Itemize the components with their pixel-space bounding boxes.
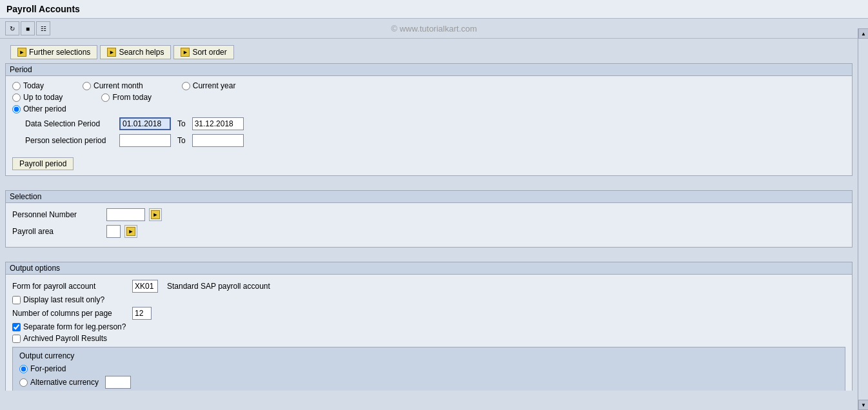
payroll-area-label: Payroll area bbox=[12, 227, 103, 236]
tab-further-selections[interactable]: ► Further selections bbox=[10, 45, 97, 59]
radio-from-today-input[interactable] bbox=[101, 93, 110, 102]
radio-for-period-label: For-period bbox=[30, 364, 66, 373]
form-payroll-row: Form for payroll account Standard SAP pa… bbox=[12, 280, 845, 293]
tab-search-helps-icon: ► bbox=[107, 48, 116, 57]
find-icon[interactable]: ☷ bbox=[36, 21, 50, 35]
radio-today-input[interactable] bbox=[12, 82, 21, 90]
person-selection-period-row: Person selection period To bbox=[25, 134, 845, 147]
radio-up-to-today[interactable]: Up to today bbox=[12, 93, 63, 102]
data-selection-label: Data Selection Period bbox=[25, 119, 115, 128]
radio-current-month-label: Current month bbox=[94, 81, 143, 90]
tab-sort-order[interactable]: ► Sort order bbox=[173, 45, 233, 59]
payroll-area-select-btn[interactable]: ► bbox=[124, 225, 137, 238]
radio-alternative-currency[interactable]: Alternative currency bbox=[19, 376, 838, 389]
radio-today-label: Today bbox=[23, 81, 44, 90]
tab-further-selections-icon: ► bbox=[17, 48, 26, 57]
payroll-area-arrow-icon: ► bbox=[126, 227, 135, 236]
save-icon[interactable]: ■ bbox=[21, 21, 35, 35]
alternative-currency-input[interactable] bbox=[105, 376, 131, 389]
radio-current-year[interactable]: Current year bbox=[182, 81, 236, 90]
period-section-body: Today Current month Current year Up to t… bbox=[6, 76, 852, 175]
tab-further-selections-label: Further selections bbox=[29, 48, 90, 57]
radio-for-period-input[interactable] bbox=[19, 365, 28, 373]
selection-section-header: Selection bbox=[6, 191, 852, 203]
radio-from-today[interactable]: From today bbox=[101, 93, 152, 102]
person-selection-to-input[interactable] bbox=[192, 134, 244, 147]
output-options-section: Output options Form for payroll account … bbox=[5, 262, 853, 391]
person-selection-label: Person selection period bbox=[25, 136, 115, 145]
personnel-number-select-btn[interactable]: ► bbox=[149, 208, 162, 221]
archived-payroll-label: Archived Payroll Results bbox=[23, 334, 107, 343]
selection-section: Selection Personnel Number ► Payroll are… bbox=[5, 190, 853, 248]
main-content: ► Further selections ► Search helps ► So… bbox=[0, 39, 868, 391]
data-selection-to-input[interactable] bbox=[192, 117, 244, 130]
period-radio-row1: Today Current month Current year bbox=[12, 81, 845, 90]
person-selection-to-label: To bbox=[177, 136, 186, 145]
watermark-text: © www.tutorialkart.com bbox=[391, 24, 477, 34]
title-bar: Payroll Accounts bbox=[0, 0, 868, 19]
tab-sort-order-icon: ► bbox=[181, 48, 190, 57]
selection-section-body: Personnel Number ► Payroll area ► bbox=[6, 203, 852, 247]
display-last-result-label: Display last result only? bbox=[23, 295, 104, 304]
columns-per-page-input[interactable] bbox=[132, 307, 152, 320]
tab-search-helps[interactable]: ► Search helps bbox=[100, 45, 171, 59]
radio-current-month-input[interactable] bbox=[83, 82, 91, 90]
radio-for-period[interactable]: For-period bbox=[19, 364, 838, 373]
personnel-number-input[interactable] bbox=[106, 208, 145, 221]
radio-current-year-label: Current year bbox=[193, 81, 236, 90]
output-options-body: Form for payroll account Standard SAP pa… bbox=[6, 275, 852, 391]
period-section-header: Period bbox=[6, 64, 852, 76]
page-title: Payroll Accounts bbox=[6, 4, 80, 14]
radio-up-to-today-label: Up to today bbox=[23, 93, 63, 102]
radio-alternative-currency-label: Alternative currency bbox=[30, 378, 99, 387]
tab-bar: ► Further selections ► Search helps ► So… bbox=[5, 41, 853, 63]
radio-current-year-input[interactable] bbox=[182, 82, 190, 90]
form-payroll-input[interactable] bbox=[132, 280, 158, 293]
period-radio-row2: Up to today From today bbox=[12, 93, 845, 102]
payroll-period-button[interactable]: Payroll period bbox=[12, 157, 74, 170]
radio-from-today-label: From today bbox=[112, 93, 152, 102]
personnel-number-row: Personnel Number ► bbox=[12, 208, 845, 221]
data-selection-from-input[interactable] bbox=[119, 117, 171, 130]
payroll-area-input[interactable] bbox=[106, 225, 121, 238]
radio-other-period-input[interactable] bbox=[12, 105, 21, 113]
form-payroll-label: Form for payroll account bbox=[12, 282, 128, 291]
columns-per-page-label: Number of columns per page bbox=[12, 309, 128, 318]
toolbar-icons: ↻ ■ ☷ bbox=[5, 21, 50, 35]
display-last-result-row: Display last result only? bbox=[12, 295, 845, 304]
radio-other-period-label: Other period bbox=[23, 104, 66, 113]
period-section: Period Today Current month Current year bbox=[5, 63, 853, 176]
scroll-up-btn[interactable]: ▲ bbox=[858, 28, 868, 39]
tab-search-helps-label: Search helps bbox=[119, 48, 164, 57]
period-radio-row3: Other period bbox=[12, 104, 845, 113]
form-payroll-desc: Standard SAP payroll account bbox=[167, 282, 270, 291]
data-selection-period-row: Data Selection Period To bbox=[25, 117, 845, 130]
output-currency-header: Output currency bbox=[19, 351, 838, 360]
radio-today[interactable]: Today bbox=[12, 81, 44, 90]
payroll-area-row: Payroll area ► bbox=[12, 225, 845, 238]
personnel-number-label: Personnel Number bbox=[12, 210, 103, 219]
personnel-number-arrow-icon: ► bbox=[151, 210, 160, 219]
separate-form-label: Separate form for leg.person? bbox=[23, 322, 126, 331]
toolbar: ↻ ■ ☷ © www.tutorialkart.com bbox=[0, 19, 868, 39]
data-selection-to-label: To bbox=[177, 119, 186, 128]
person-selection-from-input[interactable] bbox=[119, 134, 171, 147]
main-scrollbar: ▲ ▼ bbox=[858, 28, 868, 391]
output-currency-section: Output currency For-period Alternative c… bbox=[12, 347, 845, 391]
archived-payroll-checkbox[interactable] bbox=[12, 335, 21, 343]
tab-sort-order-label: Sort order bbox=[192, 48, 226, 57]
separate-form-checkbox[interactable] bbox=[12, 323, 21, 331]
separate-form-row: Separate form for leg.person? bbox=[12, 322, 845, 331]
display-last-result-checkbox[interactable] bbox=[12, 296, 21, 304]
nav-back-icon[interactable]: ↻ bbox=[5, 21, 19, 35]
output-options-header: Output options bbox=[6, 262, 852, 275]
radio-current-month[interactable]: Current month bbox=[83, 81, 143, 90]
columns-per-page-row: Number of columns per page bbox=[12, 307, 845, 320]
radio-alternative-currency-input[interactable] bbox=[19, 378, 28, 387]
radio-other-period[interactable]: Other period bbox=[12, 104, 66, 113]
archived-payroll-row: Archived Payroll Results bbox=[12, 334, 845, 343]
radio-up-to-today-input[interactable] bbox=[12, 93, 21, 102]
